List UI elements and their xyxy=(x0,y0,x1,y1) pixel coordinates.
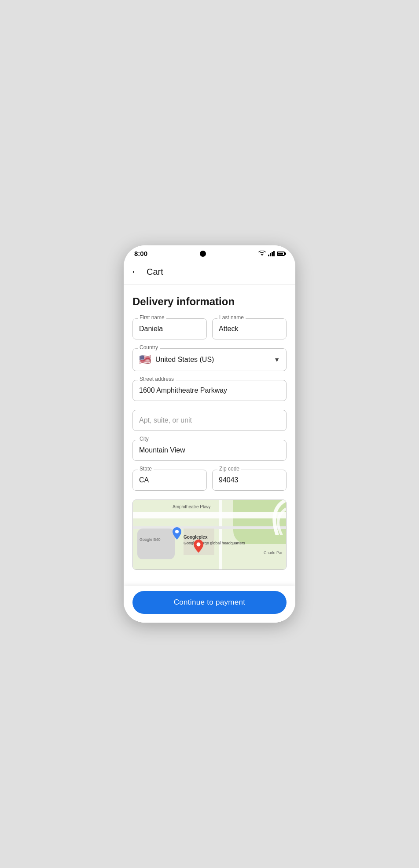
state-field: State xyxy=(132,470,207,491)
map-poi-sub: Google's large global headquarters xyxy=(184,541,245,545)
apt-field xyxy=(132,410,287,431)
map-container: Amphitheatre Pkwy Google B40 GoogleplexG… xyxy=(132,500,287,570)
last-name-field: Last name xyxy=(212,318,287,339)
svg-point-4 xyxy=(175,530,179,533)
map-pin-blue xyxy=(173,527,181,540)
map-road-label: Amphitheatre Pkwy xyxy=(173,504,210,509)
map-background: Amphitheatre Pkwy Google B40 GoogleplexG… xyxy=(133,500,286,569)
map-pin-red xyxy=(194,540,203,553)
street-address-label: Street address xyxy=(138,376,176,382)
section-title: Delivery information xyxy=(132,295,287,308)
country-select[interactable]: 🇺🇸 United States (US) ▼ xyxy=(132,348,287,371)
map-building-area1 xyxy=(137,529,175,559)
map-park-label: Charle Par xyxy=(264,551,283,555)
city-label: City xyxy=(138,436,151,442)
continue-payment-button[interactable]: Continue to payment xyxy=(132,591,287,614)
status-icons xyxy=(258,251,285,256)
first-name-label: First name xyxy=(138,314,166,321)
us-flag-icon: 🇺🇸 xyxy=(139,354,151,365)
zip-label: Zip code xyxy=(217,466,241,472)
street-address-field: Street address xyxy=(132,380,287,401)
dropdown-arrow-icon: ▼ xyxy=(274,356,280,363)
map-curved-road xyxy=(233,500,286,535)
back-arrow-icon: ← xyxy=(131,267,140,277)
street-address-input[interactable] xyxy=(132,380,287,401)
state-label: State xyxy=(138,466,154,472)
zip-input[interactable] xyxy=(212,470,287,491)
app-bar: ← Cart xyxy=(124,260,295,285)
apt-input[interactable] xyxy=(132,410,287,431)
first-name-input[interactable] xyxy=(132,318,207,339)
status-time: 8:00 xyxy=(134,250,147,257)
map-poi-label: GoogleplexGoogle's large global headquar… xyxy=(184,534,245,546)
svg-rect-1 xyxy=(270,253,271,256)
last-name-input[interactable] xyxy=(212,318,287,339)
city-input[interactable] xyxy=(132,440,287,461)
wifi-icon xyxy=(258,251,266,256)
svg-point-5 xyxy=(197,543,201,547)
signal-icon xyxy=(268,251,275,256)
zip-field: Zip code xyxy=(212,470,287,491)
app-bar-title: Cart xyxy=(147,267,163,277)
map-building-label: Google B40 xyxy=(140,537,161,542)
svg-rect-0 xyxy=(268,255,269,256)
state-zip-row: State Zip code xyxy=(132,470,287,491)
status-bar: 8:00 xyxy=(124,245,295,260)
country-value: United States (US) xyxy=(155,356,274,364)
last-name-label: Last name xyxy=(217,314,246,321)
svg-rect-3 xyxy=(273,251,275,256)
state-input[interactable] xyxy=(132,470,207,491)
country-label: Country xyxy=(138,344,160,350)
main-content: Delivery information First name Last nam… xyxy=(124,285,295,623)
camera-indicator xyxy=(200,251,206,257)
svg-rect-2 xyxy=(272,252,273,256)
first-name-field: First name xyxy=(132,318,207,339)
back-button[interactable]: ← xyxy=(131,265,144,278)
city-field: City xyxy=(132,440,287,461)
bottom-bar: Continue to payment xyxy=(124,586,295,623)
battery-icon xyxy=(277,252,285,256)
name-row: First name Last name xyxy=(132,318,287,339)
country-field: Country 🇺🇸 United States (US) ▼ xyxy=(132,348,287,371)
